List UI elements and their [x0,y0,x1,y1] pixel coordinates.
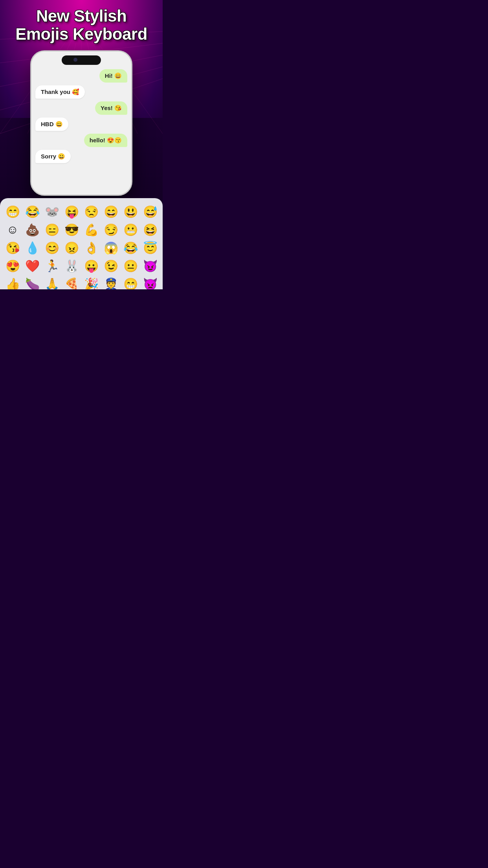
phone-mockup: Hi! 😀Thank you 🥰Yes! 😘HBD 😀hello! 😍😙Sorr… [0,50,163,196]
emoji-key-13[interactable]: 😏 [101,221,120,238]
emoji-key-39[interactable]: 👿 [141,275,160,289]
emoji-key-20[interactable]: 👌 [82,239,101,256]
chat-bubble: hello! 😍😙 [84,134,127,147]
emoji-key-29[interactable]: 😉 [101,257,120,274]
phone-notch [62,55,101,65]
phone-screen: Hi! 😀Thank you 🥰Yes! 😘HBD 😀hello! 😍😙Sorr… [31,51,131,195]
emoji-key-9[interactable]: 💩 [23,221,42,238]
emoji-keyboard: 😁😂🐭😝😒😄😃😅☺️💩😑😎💪😏😬😆😘💧😊😠👌😱😂😇😍❤️🏃🐰😛😉😐😈👍🍆🙏🍕🎉👮… [0,198,163,289]
emoji-key-27[interactable]: 🐰 [62,257,81,274]
emoji-key-4[interactable]: 😒 [82,203,101,220]
chat-bubble: Sorry 😀 [35,150,71,163]
page-container: New Stylish Emojis Keyboard Hi! 😀Thank y… [0,0,163,289]
title-area: New Stylish Emojis Keyboard [0,0,163,47]
emoji-key-26[interactable]: 🏃 [42,257,61,274]
chat-message-row: Sorry 😀 [35,150,127,163]
emoji-key-34[interactable]: 🙏 [42,275,61,289]
emoji-key-8[interactable]: ☺️ [3,221,22,238]
chat-message-row: Yes! 😘 [35,101,127,115]
phone-side-button-left [30,83,31,95]
app-title: New Stylish Emojis Keyboard [8,7,155,43]
emoji-key-2[interactable]: 🐭 [42,203,61,220]
chat-bubble: HBD 😀 [35,118,68,131]
chat-message-row: Thank you 🥰 [35,85,127,99]
chat-message-row: Hi! 😀 [35,69,127,83]
emoji-key-31[interactable]: 😈 [141,257,160,274]
phone-camera [73,58,77,62]
chat-bubble: Thank you 🥰 [35,85,85,99]
chat-bubble: Hi! 😀 [99,69,127,83]
emoji-key-15[interactable]: 😆 [141,221,160,238]
emoji-key-1[interactable]: 😂 [23,203,42,220]
emoji-key-3[interactable]: 😝 [62,203,81,220]
emoji-key-22[interactable]: 😂 [121,239,140,256]
emoji-key-35[interactable]: 🍕 [62,275,81,289]
emoji-key-16[interactable]: 😘 [3,239,22,256]
emoji-key-19[interactable]: 😠 [62,239,81,256]
emoji-key-17[interactable]: 💧 [23,239,42,256]
emoji-key-21[interactable]: 😱 [101,239,120,256]
chat-message-row: HBD 😀 [35,118,127,131]
emoji-key-36[interactable]: 🎉 [82,275,101,289]
emoji-key-28[interactable]: 😛 [82,257,101,274]
chat-message-row: hello! 😍😙 [35,134,127,147]
emoji-key-12[interactable]: 💪 [82,221,101,238]
chat-bubble: Yes! 😘 [95,101,127,115]
emoji-key-38[interactable]: 😁 [121,275,140,289]
emoji-grid: 😁😂🐭😝😒😄😃😅☺️💩😑😎💪😏😬😆😘💧😊😠👌😱😂😇😍❤️🏃🐰😛😉😐😈👍🍆🙏🍕🎉👮… [3,203,160,289]
emoji-key-11[interactable]: 😎 [62,221,81,238]
emoji-key-0[interactable]: 😁 [3,203,22,220]
emoji-key-24[interactable]: 😍 [3,257,22,274]
emoji-key-23[interactable]: 😇 [141,239,160,256]
phone-side-button-right [132,91,132,110]
emoji-key-10[interactable]: 😑 [42,221,61,238]
emoji-key-14[interactable]: 😬 [121,221,140,238]
emoji-key-37[interactable]: 👮 [101,275,120,289]
emoji-key-18[interactable]: 😊 [42,239,61,256]
emoji-key-7[interactable]: 😅 [141,203,160,220]
emoji-key-25[interactable]: ❤️ [23,257,42,274]
emoji-key-33[interactable]: 🍆 [23,275,42,289]
emoji-key-6[interactable]: 😃 [121,203,140,220]
emoji-key-32[interactable]: 👍 [3,275,22,289]
emoji-key-5[interactable]: 😄 [101,203,120,220]
phone-frame: Hi! 😀Thank you 🥰Yes! 😘HBD 😀hello! 😍😙Sorr… [30,50,132,196]
emoji-key-30[interactable]: 😐 [121,257,140,274]
